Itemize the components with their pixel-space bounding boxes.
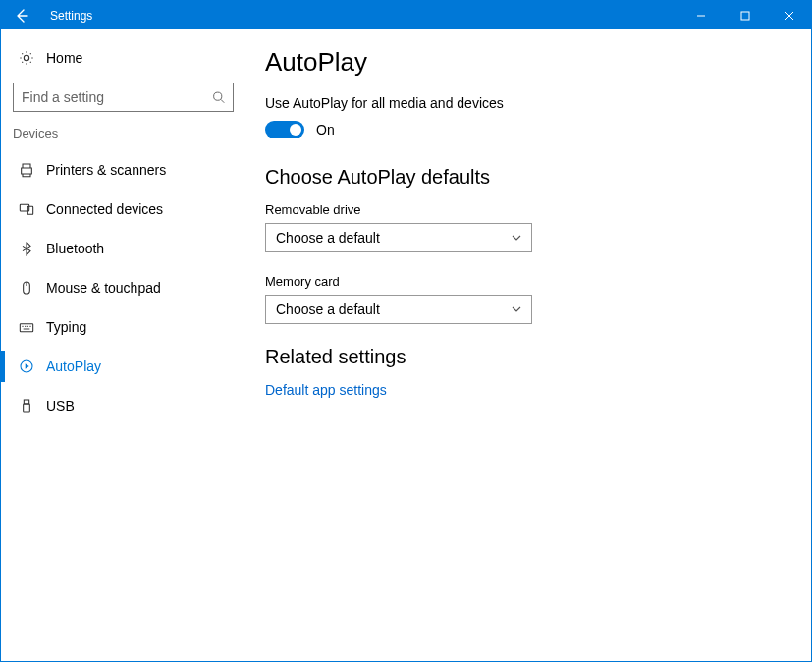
nav-label: Typing	[46, 319, 86, 335]
toggle-state: On	[316, 122, 335, 138]
minimize-button[interactable]	[678, 1, 723, 29]
nav-label: Mouse & touchpad	[46, 280, 161, 296]
toggle-knob	[290, 124, 301, 136]
autoplay-icon	[19, 359, 40, 374]
search-input[interactable]	[22, 89, 212, 105]
sidebar-item-usb[interactable]: USB	[11, 386, 242, 425]
default-app-settings-link[interactable]: Default app settings	[265, 382, 787, 398]
back-button[interactable]	[1, 1, 42, 29]
section-title: Devices	[13, 126, 242, 140]
devices-icon	[19, 201, 40, 217]
removable-label: Removable drive	[265, 202, 787, 217]
page-title: AutoPlay	[265, 47, 787, 78]
close-icon	[785, 11, 794, 21]
gear-icon	[19, 50, 40, 66]
svg-rect-8	[24, 404, 30, 412]
sidebar: Home Devices Printers & scanners Connect…	[1, 29, 242, 661]
autoplay-toggle[interactable]	[265, 121, 304, 138]
maximize-icon	[740, 11, 750, 21]
maximize-button[interactable]	[723, 1, 767, 29]
nav-label: AutoPlay	[46, 359, 101, 374]
svg-rect-5	[20, 324, 32, 332]
printer-icon	[19, 162, 40, 178]
titlebar: Settings	[1, 1, 811, 29]
home-button[interactable]: Home	[11, 39, 242, 77]
search-box[interactable]	[13, 83, 234, 112]
nav-label: Connected devices	[46, 201, 163, 217]
sidebar-item-bluetooth[interactable]: Bluetooth	[11, 229, 242, 268]
svg-point-1	[214, 92, 222, 100]
defaults-heading: Choose AutoPlay defaults	[265, 166, 787, 189]
select-value: Choose a default	[276, 302, 380, 317]
keyboard-icon	[19, 319, 40, 335]
arrow-left-icon	[14, 8, 29, 24]
sidebar-item-mouse[interactable]: Mouse & touchpad	[11, 268, 242, 307]
window-controls	[678, 1, 811, 29]
nav-label: USB	[46, 398, 75, 414]
window-title: Settings	[42, 1, 678, 29]
sidebar-item-printers[interactable]: Printers & scanners	[11, 150, 242, 190]
memory-card-select[interactable]: Choose a default	[265, 295, 532, 324]
sidebar-item-connected-devices[interactable]: Connected devices	[11, 190, 242, 229]
sidebar-item-typing[interactable]: Typing	[11, 307, 242, 347]
search-icon	[212, 90, 225, 104]
usb-icon	[19, 398, 40, 414]
close-button[interactable]	[767, 1, 811, 29]
nav-label: Printers & scanners	[46, 162, 166, 178]
nav-label: Bluetooth	[46, 241, 104, 256]
chevron-down-icon	[512, 233, 521, 243]
mouse-icon	[19, 280, 40, 296]
toggle-label: Use AutoPlay for all media and devices	[265, 95, 787, 111]
select-value: Choose a default	[276, 230, 380, 246]
main-content: AutoPlay Use AutoPlay for all media and …	[242, 29, 811, 661]
home-label: Home	[46, 50, 82, 66]
memory-label: Memory card	[265, 274, 787, 289]
removable-drive-select[interactable]: Choose a default	[265, 223, 532, 252]
related-heading: Related settings	[265, 346, 787, 368]
bluetooth-icon	[19, 241, 40, 256]
chevron-down-icon	[512, 304, 521, 314]
sidebar-item-autoplay[interactable]: AutoPlay	[11, 347, 242, 386]
svg-rect-7	[24, 400, 28, 404]
minimize-icon	[696, 11, 706, 21]
svg-rect-0	[741, 12, 749, 20]
